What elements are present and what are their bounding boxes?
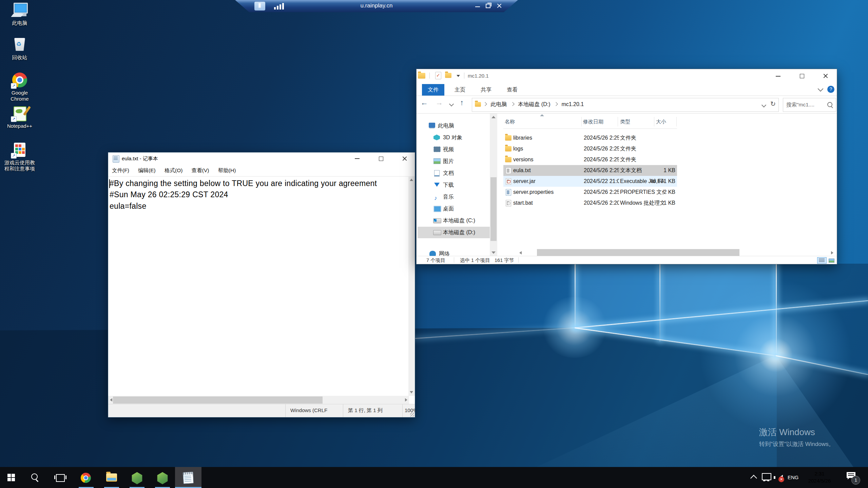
- taskbar-search-button[interactable]: [22, 467, 48, 488]
- desktop-icon-notepad-plus-plus[interactable]: ↗ Notepad++: [2, 105, 37, 129]
- tab-file[interactable]: 文件: [422, 84, 444, 96]
- tab-share[interactable]: 共享: [475, 84, 497, 96]
- scroll-up-icon[interactable]: [491, 116, 496, 118]
- address-bar[interactable]: 此电脑 本地磁盘 (D:) mc1.20.1 ↻: [472, 98, 779, 112]
- scroll-up-icon[interactable]: [410, 179, 413, 181]
- nav-item-documents[interactable]: 文档: [418, 167, 490, 179]
- taskbar-notepad-button-active[interactable]: [175, 467, 201, 488]
- file-row-eula-selected[interactable]: eula.txt 2024/5/26 2:25 文本文档 1 KB: [503, 165, 677, 176]
- column-type[interactable]: 类型: [620, 119, 630, 125]
- explorer-title-bar[interactable]: mc1.20.1: [417, 69, 837, 83]
- menu-format[interactable]: 格式(O): [161, 165, 186, 174]
- desktop-icon-chrome[interactable]: ↗ Google Chrome: [2, 72, 37, 102]
- tab-view[interactable]: 查看: [501, 84, 523, 96]
- scroll-right-icon[interactable]: [831, 251, 833, 255]
- navigation-pane-scrollbar[interactable]: [490, 114, 497, 256]
- details-view-button[interactable]: [817, 257, 827, 264]
- nav-item-pictures[interactable]: 图片: [418, 156, 490, 167]
- taskbar-node-button-1[interactable]: [124, 467, 150, 488]
- refresh-icon[interactable]: ↻: [770, 100, 776, 108]
- nav-item-this-pc[interactable]: 此电脑: [418, 120, 490, 131]
- history-dropdown-icon[interactable]: [449, 102, 454, 106]
- nav-item-music[interactable]: ♪ 音乐: [418, 191, 490, 203]
- explorer-minimize-button[interactable]: [766, 69, 790, 83]
- file-row-server-properties[interactable]: server.properties 2024/5/26 2:25 PROPERT…: [503, 187, 677, 198]
- help-icon[interactable]: ?: [827, 86, 834, 93]
- notepad-close-button[interactable]: [395, 152, 414, 164]
- desktop-icon-this-pc[interactable]: 此电脑: [2, 2, 37, 26]
- column-name[interactable]: 名称: [505, 119, 515, 125]
- scroll-down-icon[interactable]: [410, 391, 413, 393]
- breadcrumb-this-pc[interactable]: 此电脑: [488, 98, 509, 108]
- quick-access-new-folder-icon[interactable]: [445, 73, 451, 78]
- desktop-icon-tutorial[interactable]: ↗ 游戏云使用教程和注意事项: [2, 142, 37, 172]
- menu-view[interactable]: 查看(V): [188, 165, 213, 174]
- column-separator[interactable]: [618, 117, 618, 126]
- tab-home[interactable]: 主页: [449, 84, 471, 96]
- scrollbar-thumb[interactable]: [537, 249, 739, 256]
- tray-show-hidden-icons-button[interactable]: [748, 467, 760, 488]
- nav-item-desktop[interactable]: 桌面: [418, 203, 490, 215]
- column-size[interactable]: 大小: [656, 119, 666, 125]
- connbar-restore-button[interactable]: [484, 2, 493, 9]
- task-view-button[interactable]: [48, 467, 73, 488]
- scrollbar-thumb[interactable]: [490, 177, 497, 241]
- explorer-close-button[interactable]: [814, 69, 837, 83]
- connbar-minimize-button[interactable]: [474, 2, 482, 9]
- notepad-text-area[interactable]: #By changing the setting below to TRUE y…: [108, 176, 409, 396]
- desktop-icon-recycle-bin[interactable]: 回收站: [2, 37, 37, 61]
- column-separator[interactable]: [654, 117, 654, 126]
- nav-item-downloads[interactable]: 下载: [418, 179, 490, 191]
- notepad-maximize-button[interactable]: [371, 152, 391, 164]
- action-center-button[interactable]: 1: [842, 467, 866, 488]
- start-button[interactable]: [0, 467, 25, 488]
- nav-item-drive-c[interactable]: 本地磁盘 (C:): [418, 215, 490, 226]
- forward-button[interactable]: →: [436, 98, 443, 107]
- tray-volume-button[interactable]: ✕: [773, 467, 785, 488]
- file-row-logs[interactable]: logs 2024/5/26 2:25 文件夹: [503, 143, 677, 154]
- quick-access-properties-icon[interactable]: [435, 72, 441, 79]
- up-button[interactable]: ↑: [460, 98, 464, 107]
- taskbar-node-button-2[interactable]: [150, 467, 175, 488]
- taskbar-chrome-button[interactable]: [73, 467, 99, 488]
- scroll-left-icon[interactable]: [110, 398, 112, 402]
- tray-clock[interactable]: 2:31 2024/5/26: [802, 470, 837, 484]
- scroll-left-icon[interactable]: [519, 251, 522, 255]
- menu-help[interactable]: 帮助(H): [214, 165, 240, 174]
- explorer-maximize-button[interactable]: [790, 69, 814, 83]
- menu-file[interactable]: 文件(F): [108, 165, 133, 174]
- notepad-minimize-button[interactable]: [347, 152, 367, 164]
- scrollbar-thumb[interactable]: [113, 396, 323, 404]
- search-box[interactable]: 搜索"mc1....: [783, 98, 836, 112]
- notepad-vertical-scrollbar[interactable]: [408, 176, 415, 396]
- scroll-right-icon[interactable]: [405, 398, 407, 402]
- column-separator[interactable]: [676, 117, 677, 126]
- column-separator[interactable]: [581, 117, 582, 126]
- notepad-horizontal-scrollbar[interactable]: [108, 396, 409, 404]
- breadcrumb-current-folder[interactable]: mc1.20.1: [559, 99, 586, 107]
- tray-network-button[interactable]: [760, 467, 773, 488]
- scroll-down-icon[interactable]: [491, 251, 496, 254]
- nav-item-videos[interactable]: 视频: [418, 144, 490, 155]
- nav-item-network[interactable]: 网络: [418, 248, 490, 256]
- nav-item-3d-objects[interactable]: 3D 对象: [418, 132, 490, 143]
- column-date-modified[interactable]: 修改日期: [583, 119, 603, 125]
- breadcrumb-drive-d[interactable]: 本地磁盘 (D:): [516, 98, 552, 108]
- connbar-close-button[interactable]: [495, 2, 504, 9]
- ribbon-collapse-icon[interactable]: [818, 86, 824, 92]
- file-row-server-jar[interactable]: server.jar 2024/5/22 21:02 Executable Ja…: [503, 176, 677, 187]
- taskbar-explorer-button[interactable]: [99, 467, 124, 488]
- search-icon[interactable]: [827, 102, 832, 107]
- menu-edit[interactable]: 编辑(E): [134, 165, 159, 174]
- tray-language-button[interactable]: ENG: [785, 467, 802, 488]
- quick-access-dropdown-icon[interactable]: [457, 75, 460, 77]
- notepad-title-bar[interactable]: eula.txt - 记事本: [108, 152, 415, 165]
- file-row-start-bat[interactable]: start.bat 2024/5/26 2:20 Windows 批处理文件 1…: [503, 198, 677, 208]
- file-row-versions[interactable]: versions 2024/5/26 2:25 文件夹: [503, 154, 677, 165]
- resize-grip-icon[interactable]: [410, 412, 414, 416]
- nav-item-drive-d[interactable]: 本地磁盘 (D:): [418, 227, 490, 238]
- back-button[interactable]: ←: [421, 98, 428, 107]
- file-row-libraries[interactable]: libraries 2024/5/26 2:25 文件夹: [503, 133, 677, 143]
- address-dropdown-icon[interactable]: [761, 103, 766, 107]
- thumbnails-view-button[interactable]: [827, 257, 836, 264]
